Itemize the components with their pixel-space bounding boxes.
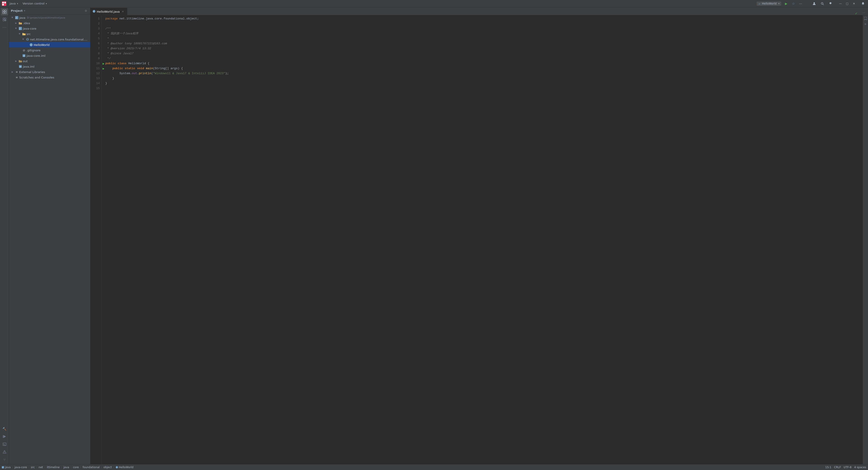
ext-libs-icon: ≡	[15, 70, 19, 74]
more-actions-button[interactable]: ⋯	[798, 1, 804, 6]
svg-rect-14	[5, 18, 6, 19]
menu-version-control[interactable]: Version control ▾	[21, 1, 49, 6]
indent-settings[interactable]: 4 spaces	[854, 466, 866, 469]
java-expand-arrow[interactable]: ▶	[11, 16, 14, 20]
idea-label: .idea	[23, 22, 30, 25]
tree-item-helloworld[interactable]: ▶ J HelloWorld	[9, 42, 90, 48]
build-icon[interactable]: 🔨	[1, 425, 8, 433]
tree-item-java[interactable]: ▶ J java D:\projects\java\ittimeline\jav…	[9, 15, 90, 20]
svg-text:J: J	[16, 17, 17, 19]
tree-item-out[interactable]: ▶ out	[9, 58, 90, 64]
recent-files-button[interactable]: ⋯	[861, 10, 866, 15]
main-layout: ⋯ 🔨 ⑂ Project	[0, 7, 868, 464]
tree-item-net[interactable]: ▶ net.ittimeline.java.core.foundational.…	[9, 37, 90, 42]
java-core-label: java-core	[23, 27, 36, 30]
project-view-icon[interactable]	[1, 8, 8, 16]
java-module-icon: J	[15, 16, 19, 20]
menu-java[interactable]: java ▾	[8, 1, 20, 6]
search-button[interactable]	[819, 1, 826, 6]
tab-java-icon: J	[93, 10, 95, 13]
run-class-arrow[interactable]: ▶	[102, 61, 105, 66]
tab-helloworld[interactable]: J HelloWorld.java ✕	[90, 8, 127, 15]
iml-icon: iml	[22, 54, 26, 57]
plugins-icon[interactable]	[1, 16, 8, 23]
editor-area: J HelloWorld.java ✕ ✓ ⋯ 1 2 3 4 5 6	[90, 7, 868, 464]
svg-rect-15	[3, 20, 4, 21]
tree-item-java-core-iml[interactable]: ▶ iml java-core.iml	[9, 53, 90, 58]
title-bar: java ▾ Version control ▾ ☕ HelloWorld ▾ …	[0, 0, 868, 7]
status-right: 15:1 CRLF UTF-8 4 spaces	[825, 466, 866, 469]
code-content[interactable]: package net.ittimeline.java.core.foundat…	[105, 16, 860, 464]
svg-rect-3	[2, 4, 4, 5]
file-saved-indicator: ✓	[853, 11, 860, 15]
breadcrumb-object[interactable]: object	[103, 466, 112, 469]
tree-item-gitignore[interactable]: ▶ ⊘ .gitignore	[9, 48, 90, 53]
svg-text:J: J	[19, 28, 20, 30]
breadcrumb-net[interactable]: net	[39, 466, 43, 469]
git-icon[interactable]: ⑂	[1, 456, 8, 463]
run-main-arrow[interactable]: ▶	[102, 66, 105, 71]
tree-item-java-iml[interactable]: ▶ iml java.iml	[9, 64, 90, 69]
gitignore-label: .gitignore	[26, 49, 40, 52]
ext-libs-expand-arrow[interactable]: ▶	[11, 70, 14, 74]
minimize-button[interactable]: —	[837, 1, 844, 6]
notifications-button[interactable]	[860, 1, 866, 6]
structure-icon[interactable]: ⊕	[863, 22, 868, 26]
project-dropdown-icon[interactable]: ▾	[24, 9, 25, 12]
run-button[interactable]: ▶	[783, 1, 789, 6]
bookmarks-icon[interactable]	[863, 16, 868, 21]
project-tree: ▶ J java D:\projects\java\ittimeline\jav…	[9, 14, 90, 464]
close-button[interactable]: ✕	[851, 1, 857, 6]
problems-icon[interactable]	[1, 448, 8, 456]
breadcrumb-java[interactable]: J java	[2, 466, 11, 469]
breadcrumb-src[interactable]: src	[31, 466, 35, 469]
profile-button[interactable]	[811, 1, 817, 6]
run-tool-icon[interactable]	[1, 433, 8, 440]
svg-point-6	[821, 2, 823, 4]
idea-folder-icon	[19, 21, 22, 25]
line-numbers: 1 2 3 4 5 6 7 8 9 10 11 12 13 14 15	[90, 16, 102, 464]
breadcrumb-helloworld[interactable]: J HelloWorld	[116, 466, 133, 469]
src-expand-arrow[interactable]: ▶	[18, 32, 22, 36]
java-dropdown-icon: ▾	[17, 2, 18, 5]
line-ending[interactable]: CRLF	[834, 466, 841, 469]
settings-button[interactable]	[827, 1, 834, 6]
svg-marker-40	[864, 17, 867, 20]
java-core-expand-arrow[interactable]: ▶	[14, 27, 18, 30]
editor-scrollbar[interactable]	[860, 16, 863, 464]
svg-text:iml: iml	[23, 55, 25, 57]
tab-close-button[interactable]: ✕	[121, 10, 125, 13]
tab-bar-actions: ⋯	[860, 10, 868, 15]
net-expand-arrow[interactable]: ▶	[22, 37, 25, 41]
java-iml-icon: iml	[19, 65, 22, 68]
ext-libs-label: External Libraries	[19, 70, 45, 74]
bookmark-button[interactable]: ☆	[790, 1, 797, 6]
breadcrumb-foundational[interactable]: foundational	[83, 466, 100, 469]
project-settings-btn[interactable]: ⚙	[84, 8, 88, 13]
tree-item-external-libs[interactable]: ▶ ≡ External Libraries	[9, 69, 90, 75]
src-label: src	[26, 32, 31, 36]
breadcrumb-ittimeline[interactable]: ittimeline	[47, 466, 60, 469]
code-editor: 1 2 3 4 5 6 7 8 9 10 11 12 13 14 15	[90, 16, 868, 464]
encoding[interactable]: UTF-8	[844, 466, 851, 469]
java-bc-icon: J	[2, 466, 4, 468]
tree-item-scratches[interactable]: ▶ ≡ Scratches and Consoles	[9, 75, 90, 80]
tree-item-idea[interactable]: ▶ .idea	[9, 20, 90, 26]
idea-expand-arrow[interactable]: ▶	[14, 21, 18, 25]
cursor-position[interactable]: 15:1	[825, 466, 831, 469]
run-configuration[interactable]: ☕ HelloWorld ▾	[756, 2, 781, 6]
more-icon[interactable]: ⋯	[1, 24, 8, 31]
tree-item-src[interactable]: ▶ src	[9, 31, 90, 37]
maximize-button[interactable]: □	[844, 1, 850, 6]
tab-bar: J HelloWorld.java ✕ ✓ ⋯	[90, 7, 868, 16]
terminal-icon[interactable]	[1, 441, 8, 448]
run-gutter: ▶ ▶	[102, 16, 105, 464]
svg-rect-2	[4, 2, 6, 3]
out-expand-arrow[interactable]: ▶	[14, 59, 18, 63]
breadcrumb-core[interactable]: core	[73, 466, 79, 469]
breadcrumb: J java › java-core › src › net › ittimel…	[2, 466, 133, 469]
svg-rect-10	[5, 10, 6, 11]
tree-item-java-core[interactable]: ▶ J java-core	[9, 26, 90, 31]
breadcrumb-java-core[interactable]: java-core	[14, 466, 27, 469]
breadcrumb-java2[interactable]: java	[64, 466, 69, 469]
